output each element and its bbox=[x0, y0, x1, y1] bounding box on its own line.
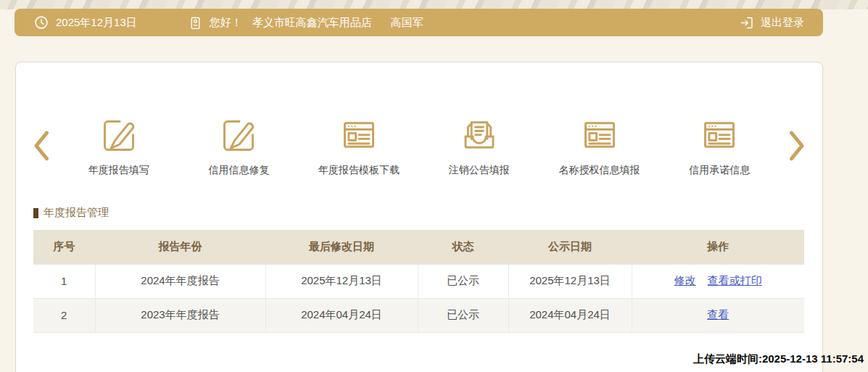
cell-actions: 查看 bbox=[632, 298, 804, 332]
webpage-icon bbox=[700, 115, 738, 154]
main-panel: 年度报告填写 信用信息修复 bbox=[15, 62, 823, 372]
clock-icon bbox=[33, 15, 49, 30]
logout-icon bbox=[739, 15, 754, 30]
view-or-print-link[interactable]: 查看或打印 bbox=[708, 274, 762, 286]
logout-button[interactable]: 退出登录 bbox=[739, 15, 804, 30]
menu-item-label: 年度报告填写 bbox=[88, 164, 149, 177]
carousel-prev-button[interactable] bbox=[29, 130, 54, 162]
cell-status: 已公示 bbox=[418, 298, 508, 332]
function-carousel: 年度报告填写 信用信息修复 bbox=[16, 62, 822, 177]
menu-item-label: 名称授权信息填报 bbox=[559, 164, 640, 177]
cell-no: 2 bbox=[33, 298, 95, 332]
menu-item-name-authorization[interactable]: 名称授权信息填报 bbox=[545, 115, 655, 177]
cell-modified: 2024年04月24日 bbox=[265, 298, 418, 332]
webpage-icon bbox=[581, 115, 619, 154]
table-row: 2 2023年年度报告 2024年04月24日 已公示 2024年04月24日 … bbox=[33, 298, 804, 332]
edit-icon bbox=[220, 115, 257, 154]
menu-item-annual-report-fill[interactable]: 年度报告填写 bbox=[64, 115, 174, 177]
user-name: 高国军 bbox=[391, 16, 423, 30]
cell-status: 已公示 bbox=[418, 264, 508, 298]
cell-published: 2025年12月13日 bbox=[508, 264, 632, 298]
menu-item-template-download[interactable]: 年度报告模板下载 bbox=[304, 115, 414, 177]
menu-item-credit-commitment[interactable]: 信用承诺信息 bbox=[664, 115, 774, 177]
user-greeting: 您好！ 孝义市旺高鑫汽车用品店 高国军 bbox=[188, 15, 423, 30]
company-name: 孝义市旺高鑫汽车用品店 bbox=[252, 16, 372, 30]
col-header-actions: 操作 bbox=[632, 230, 804, 264]
upload-time-stamp: 上传云端时间:2025-12-13 11:57:54 bbox=[693, 352, 864, 366]
col-header-year: 报告年份 bbox=[95, 230, 265, 264]
cell-no: 1 bbox=[33, 264, 95, 298]
logout-label: 退出登录 bbox=[761, 16, 804, 30]
menu-item-label: 信用信息修复 bbox=[208, 164, 269, 177]
col-header-modified: 最后修改日期 bbox=[265, 230, 418, 264]
menu-item-credit-repair[interactable]: 信用信息修复 bbox=[183, 115, 294, 177]
edit-icon bbox=[100, 115, 138, 154]
table-header-row: 序号 报告年份 最后修改日期 状态 公示日期 操作 bbox=[33, 230, 804, 264]
webpage-icon bbox=[340, 115, 378, 154]
menu-item-label: 年度报告模板下载 bbox=[318, 164, 400, 177]
annual-report-table: 序号 报告年份 最后修改日期 状态 公示日期 操作 1 2024年年度报告 20… bbox=[33, 230, 804, 333]
top-bar: 2025年12月13日 您好！ 孝义市旺高鑫汽车用品店 高国军 退出登录 bbox=[15, 9, 823, 36]
menu-item-label: 注销公告填报 bbox=[449, 164, 510, 177]
cell-actions: 修改 查看或打印 bbox=[632, 264, 804, 298]
section-title-marker bbox=[33, 208, 38, 218]
section-title: 年度报告管理 bbox=[33, 206, 822, 220]
cell-year: 2023年年度报告 bbox=[95, 298, 265, 332]
menu-item-deregistration-notice[interactable]: 注销公告填报 bbox=[424, 115, 534, 177]
cell-year: 2024年年度报告 bbox=[95, 264, 265, 298]
col-header-status: 状态 bbox=[418, 230, 508, 264]
cell-modified: 2025年12月13日 bbox=[265, 264, 418, 298]
col-header-no: 序号 bbox=[33, 230, 95, 264]
view-link[interactable]: 查看 bbox=[707, 308, 729, 321]
cell-published: 2024年04月24日 bbox=[508, 298, 632, 332]
modify-link[interactable]: 修改 bbox=[674, 274, 696, 286]
col-header-published: 公示日期 bbox=[508, 230, 632, 264]
greeting-text: 您好！ bbox=[210, 16, 242, 30]
current-date: 2025年12月13日 bbox=[56, 16, 137, 30]
date-group: 2025年12月13日 bbox=[33, 15, 137, 30]
carousel-next-button[interactable] bbox=[785, 130, 809, 162]
inbox-icon bbox=[460, 115, 498, 154]
id-badge-icon bbox=[188, 15, 203, 30]
table-row: 1 2024年年度报告 2025年12月13日 已公示 2025年12月13日 … bbox=[33, 264, 804, 298]
section-title-text: 年度报告管理 bbox=[44, 206, 109, 220]
menu-item-label: 信用承诺信息 bbox=[689, 164, 750, 177]
